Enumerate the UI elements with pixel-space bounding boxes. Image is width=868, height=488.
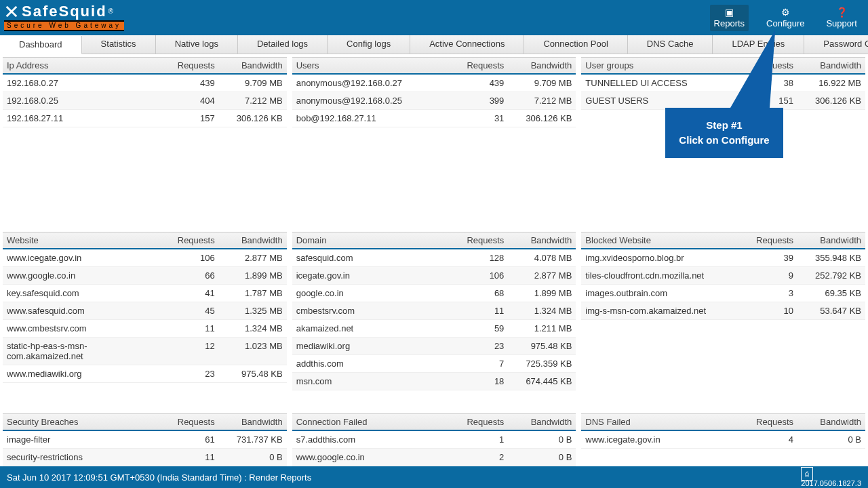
table-row[interactable]: 192.168.0.254047.212 MB xyxy=(3,92,287,110)
cell-bandwidth: 1.324 MB xyxy=(219,320,287,337)
table-row[interactable]: s7.addthis.com10 B xyxy=(292,431,576,449)
nav-reports-label: Reports xyxy=(714,18,745,28)
nav-reports[interactable]: ▣ Reports xyxy=(710,5,749,31)
cell-name: icegate.gov.in xyxy=(292,267,448,284)
nav-configure-label: Configure xyxy=(766,18,804,28)
tab-connection-pool[interactable]: Connection Pool xyxy=(524,35,627,54)
cell-name: cmbestsrv.com xyxy=(292,302,448,319)
footer-version: 2017.0506.1827.3 xyxy=(801,479,861,487)
cell-bandwidth: 306.126 KB xyxy=(219,110,287,127)
table-row[interactable]: www.icegate.gov.in1062.877 MB xyxy=(3,249,287,267)
cell-requests: 157 xyxy=(158,110,219,127)
cell-requests: 106 xyxy=(447,267,508,284)
gears-icon: ⚙ xyxy=(781,7,790,17)
table-row[interactable]: www.mediawiki.org23975.48 KB xyxy=(3,365,287,383)
cell-name: security-restrictions xyxy=(3,449,158,466)
table-row[interactable]: www.google.co.in20 B xyxy=(292,449,576,466)
table-row[interactable]: akamaized.net591.211 MB xyxy=(292,320,576,338)
table-row[interactable]: 192.168.0.274399.709 MB xyxy=(3,75,287,92)
table-row[interactable]: key.safesquid.com411.787 MB xyxy=(3,285,287,302)
panel-domain-title: Domain xyxy=(292,232,448,248)
tab-password-cache[interactable]: Password Cache xyxy=(804,35,868,54)
cell-name: www.safesquid.com xyxy=(3,302,158,319)
tab-config-logs[interactable]: Config logs xyxy=(328,35,410,54)
table-row[interactable]: anonymous@192.168.0.274399.709 MB xyxy=(292,75,576,92)
cell-requests: 23 xyxy=(158,365,219,382)
cell-bandwidth: 0 B xyxy=(508,431,576,448)
panel-website-title: Website xyxy=(3,232,158,248)
table-row[interactable]: security-restrictions110 B xyxy=(3,449,287,466)
table-row[interactable]: img.xvideosporno.blog.br39355.948 KB xyxy=(581,249,865,267)
cell-requests: 11 xyxy=(158,449,219,466)
table-row[interactable]: mediawiki.org23975.48 KB xyxy=(292,338,576,355)
table-row[interactable]: TUNNELLED UI ACCESS3816.922 MB xyxy=(581,75,865,92)
cell-name: GUEST USERS xyxy=(581,92,736,109)
cell-name: msn.com xyxy=(292,373,448,390)
logo-text: SafeSquid xyxy=(22,4,107,19)
cell-bandwidth: 1.787 MB xyxy=(219,285,287,302)
table-row[interactable]: bob@192.168.27.1131306.126 KB xyxy=(292,110,576,127)
tab-statistics[interactable]: Statistics xyxy=(82,35,156,54)
cell-name: www.google.co.in xyxy=(3,267,158,284)
logo-icon xyxy=(4,4,19,19)
table-row[interactable]: google.co.in681.899 MB xyxy=(292,285,576,302)
tab-dns-cache[interactable]: DNS Cache xyxy=(628,35,713,54)
cell-requests: 11 xyxy=(158,320,219,337)
table-row[interactable]: addthis.com7725.359 KB xyxy=(292,355,576,373)
pdf-icon[interactable]: ⎙ xyxy=(801,467,813,481)
table-row[interactable]: safesquid.com1284.078 MB xyxy=(292,249,576,267)
nav-configure[interactable]: ⚙ Configure xyxy=(762,5,808,31)
panel-users-title: Users xyxy=(292,58,448,73)
cell-name: safesquid.com xyxy=(292,249,448,266)
table-row[interactable]: www.safesquid.com451.325 MB xyxy=(3,302,287,320)
cell-requests: 39 xyxy=(736,249,797,266)
tab-native-logs[interactable]: Native logs xyxy=(156,35,238,54)
table-row[interactable]: images.outbrain.com369.35 KB xyxy=(581,285,865,302)
table-row[interactable]: www.google.co.in661.899 MB xyxy=(3,267,287,285)
cell-requests: 9 xyxy=(736,267,797,284)
cell-requests: 61 xyxy=(158,431,219,448)
table-row[interactable]: 192.168.27.11157306.126 KB xyxy=(3,110,287,127)
table-row[interactable]: www.cmbestsrv.com111.324 MB xyxy=(3,320,287,338)
table-row[interactable]: tiles-cloudfront.cdn.mozilla.net9252.792… xyxy=(581,267,865,285)
chart-icon: ▣ xyxy=(725,7,734,17)
cell-name: addthis.com xyxy=(292,355,448,372)
header-nav: ▣ Reports ⚙ Configure ❓ Support xyxy=(710,5,861,31)
cell-name: www.icegate.gov.in xyxy=(581,431,736,448)
table-row[interactable]: anonymous@192.168.0.253997.212 MB xyxy=(292,92,576,110)
cell-requests: 399 xyxy=(447,92,508,109)
cell-requests: 68 xyxy=(447,285,508,302)
table-row[interactable]: image-filter61731.737 KB xyxy=(3,431,287,449)
table-row[interactable]: cmbestsrv.com111.324 MB xyxy=(292,302,576,320)
cell-bandwidth: 731.737 KB xyxy=(219,431,287,448)
table-row[interactable]: msn.com18674.445 KB xyxy=(292,373,576,390)
cell-requests: 45 xyxy=(158,302,219,319)
cell-bandwidth: 2.877 MB xyxy=(219,249,287,266)
cell-bandwidth: 16.922 MB xyxy=(797,75,865,92)
cell-bandwidth: 9.709 MB xyxy=(219,75,287,92)
col-bandwidth: Bandwidth xyxy=(219,58,287,73)
cell-name: 192.168.0.25 xyxy=(3,92,158,109)
table-row[interactable]: icegate.gov.in1062.877 MB xyxy=(292,267,576,285)
cell-requests: 66 xyxy=(158,267,219,284)
panel-groups-title: User groups xyxy=(581,58,736,73)
cell-name: bob@192.168.27.11 xyxy=(292,110,448,127)
callout-line1: Step #1 xyxy=(673,118,776,133)
cell-name: key.safesquid.com xyxy=(3,285,158,302)
table-row[interactable]: GUEST USERS151306.126 KB xyxy=(581,92,865,110)
table-row[interactable]: img-s-msn-com.akamaized.net1053.647 KB xyxy=(581,302,865,320)
panel-website: Website Requests Bandwidth www.icegate.g… xyxy=(3,232,287,408)
cell-name: TUNNELLED UI ACCESS xyxy=(581,75,736,92)
cell-requests: 128 xyxy=(447,249,508,266)
table-row[interactable]: www.icegate.gov.in40 B xyxy=(581,431,865,449)
nav-support[interactable]: ❓ Support xyxy=(822,5,861,31)
cell-name: anonymous@192.168.0.25 xyxy=(292,92,448,109)
logo-registered: ® xyxy=(108,8,113,15)
tab-active-connections[interactable]: Active Connections xyxy=(410,35,524,54)
tab-dashboard[interactable]: Dashboard xyxy=(0,36,82,54)
cell-requests: 11 xyxy=(447,302,508,319)
cell-bandwidth: 1.899 MB xyxy=(219,267,287,284)
tab-detailed-logs[interactable]: Detailed logs xyxy=(238,35,328,54)
table-row[interactable]: static-hp-eas-s-msn-com.akamaized.net121… xyxy=(3,338,287,365)
help-icon: ❓ xyxy=(836,7,848,17)
